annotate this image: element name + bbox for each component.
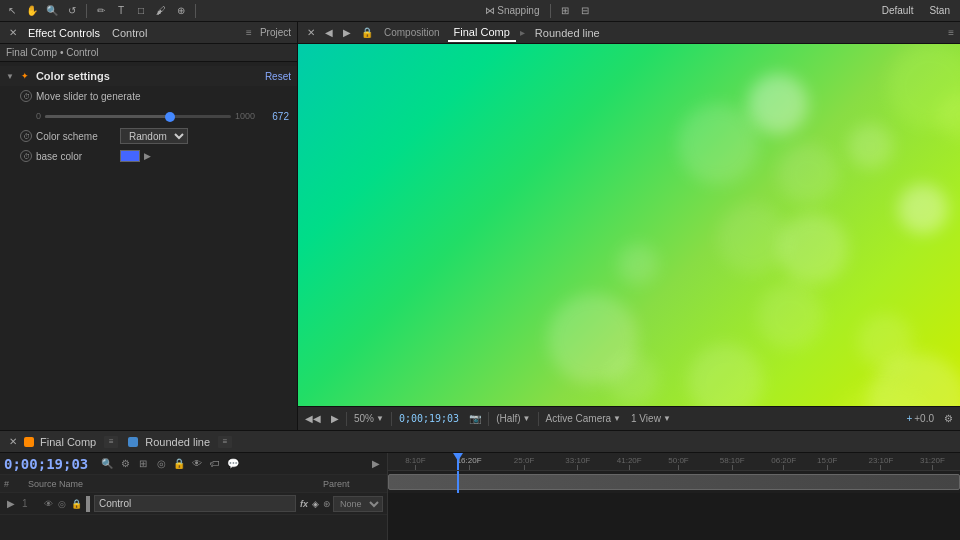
layer-name-input[interactable] xyxy=(94,495,296,512)
workspace-default[interactable]: Default xyxy=(876,5,920,16)
shape-tool[interactable]: □ xyxy=(133,3,149,19)
comp-lock-icon[interactable]: 🔒 xyxy=(358,27,376,38)
timeline-timecode[interactable]: 0;00;19;03 xyxy=(4,456,88,472)
color-settings-header[interactable]: ▼ ✦ Color settings Reset xyxy=(0,66,297,86)
stopwatch-icon[interactable]: ⏱ xyxy=(20,90,32,102)
composition-viewer[interactable] xyxy=(298,44,960,406)
paint-tool[interactable]: 🖌 xyxy=(153,3,169,19)
color-swatch[interactable] xyxy=(120,150,140,162)
tab-final-comp[interactable]: Final Comp xyxy=(448,24,516,42)
tl-label-icon[interactable]: 🏷 xyxy=(208,457,222,471)
bokeh-14 xyxy=(758,284,823,349)
slider-track[interactable] xyxy=(45,115,231,118)
ruler-line-7 xyxy=(732,465,733,470)
base-color-stopwatch[interactable]: ⏱ xyxy=(20,150,32,162)
ruler-label-11: 31:20F xyxy=(920,456,945,465)
tl-solo-icon[interactable]: ◎ xyxy=(154,457,168,471)
layer-eye-icon[interactable]: 👁 xyxy=(42,498,54,510)
tl-final-comp-label: Final Comp xyxy=(40,436,96,448)
layer-playhead[interactable] xyxy=(457,471,459,493)
layout-selector[interactable]: 1 View ▼ xyxy=(628,413,674,424)
timeline-right: 8:10F 16:20F 25:0F 33:10F 41:20F xyxy=(388,453,960,540)
timeline-ruler: 8:10F 16:20F 25:0F 33:10F 41:20F xyxy=(388,453,960,471)
pen-tool[interactable]: ✏ xyxy=(93,3,109,19)
panel-menu-icon[interactable]: ≡ xyxy=(246,27,252,38)
effect-controls: ▼ ✦ Color settings Reset ⏱ Move slider t… xyxy=(0,62,297,430)
tl-comment-icon[interactable]: 💬 xyxy=(226,457,240,471)
comp-panel-close[interactable]: ✕ xyxy=(304,27,318,38)
tl-rounded-line-label: Rounded line xyxy=(145,436,210,448)
tl-arrow-icon[interactable]: ▶ xyxy=(369,457,383,471)
comp-tb-sep3 xyxy=(488,412,489,426)
reset-button[interactable]: Reset xyxy=(265,71,291,82)
timeline-tab-rounded-line[interactable]: Rounded line xyxy=(145,436,210,448)
timeline-panel: ✕ Final Comp ≡ Rounded line ≡ 0;00;19;03… xyxy=(0,430,960,540)
comp-play-btn[interactable]: ▶ xyxy=(328,413,342,424)
color-scheme-stopwatch[interactable]: ⏱ xyxy=(20,130,32,142)
layer-solo-icon[interactable]: ◎ xyxy=(56,498,68,510)
ruler-tick-7: 58:10F xyxy=(720,456,745,470)
timeline-content: 0;00;19;03 🔍 ⚙ ⊞ ◎ 🔒 👁 🏷 💬 ▶ # Source Na… xyxy=(0,453,960,540)
hand-tool[interactable]: ✋ xyxy=(24,3,40,19)
zoom-tool[interactable]: 🔍 xyxy=(44,3,60,19)
comp-panel-prev[interactable]: ◀ xyxy=(322,27,336,38)
ruler-tick-11: 31:20F xyxy=(920,456,945,470)
slider-value[interactable]: 672 xyxy=(259,111,289,122)
panel-close-icon[interactable]: ✕ xyxy=(6,27,20,38)
slider-thumb[interactable] xyxy=(165,112,175,122)
timecode-value: 0;00;19;03 xyxy=(399,413,459,424)
tl-search-icon[interactable]: 🔍 xyxy=(100,457,114,471)
comp-play-prev[interactable]: ◀◀ xyxy=(302,413,324,424)
parent-dropdown[interactable]: None xyxy=(333,496,383,512)
project-label[interactable]: Project xyxy=(260,27,291,38)
rounded-line-tab-label: Rounded line xyxy=(535,27,600,39)
timeline-panel-close[interactable]: ✕ xyxy=(6,436,20,447)
layer-motion-blur-icon[interactable]: ◈ xyxy=(312,499,319,509)
tool-extra-1[interactable]: ⊞ xyxy=(557,3,573,19)
layer-lock-layer-icon[interactable]: 🔒 xyxy=(70,498,82,510)
zoom-level[interactable]: 50% ▼ xyxy=(351,413,387,424)
quality-selector[interactable]: (Half) ▼ xyxy=(493,413,533,424)
ruler-line-3 xyxy=(524,465,525,470)
quality-label: (Half) xyxy=(496,413,520,424)
tab-rounded-line[interactable]: Rounded line xyxy=(529,25,606,41)
ctrl-tab-label: Control xyxy=(112,27,147,39)
color-value-icon: + xyxy=(906,413,912,424)
tl-compose-icon[interactable]: ⊞ xyxy=(136,457,150,471)
layer-fx-icon[interactable]: fx xyxy=(300,499,308,509)
timeline-tab-final-comp[interactable]: Final Comp xyxy=(40,436,96,448)
tl-lock-icon[interactable]: 🔒 xyxy=(172,457,186,471)
comp-menu-icon[interactable]: ≡ xyxy=(948,27,954,38)
tl-hide-icon[interactable]: 👁 xyxy=(190,457,204,471)
snapping-toggle[interactable]: ⋈ Snapping xyxy=(481,5,543,16)
bokeh-5 xyxy=(778,214,848,284)
puppet-tool[interactable]: ⊕ xyxy=(173,3,189,19)
text-tool[interactable]: T xyxy=(113,3,129,19)
ruler-label-5: 41:20F xyxy=(617,456,642,465)
workspace-standard[interactable]: Stan xyxy=(923,5,956,16)
tab-effect-controls[interactable]: Effect Controls xyxy=(24,25,104,41)
comp-timecode[interactable]: 0;00;19;03 xyxy=(396,413,462,424)
rotate-tool[interactable]: ↺ xyxy=(64,3,80,19)
arrow-tool[interactable]: ↖ xyxy=(4,3,20,19)
camera-icon[interactable]: 📷 xyxy=(466,413,484,424)
tl-settings-icon[interactable]: ⚙ xyxy=(118,457,132,471)
comp-settings-icon[interactable]: ⚙ xyxy=(941,413,956,424)
effect-star-icon: ✦ xyxy=(18,69,32,83)
view-selector[interactable]: Active Camera ▼ xyxy=(543,413,625,424)
tool-extra-2[interactable]: ⊟ xyxy=(577,3,593,19)
rounded-line-color-dot xyxy=(128,437,138,447)
timeline-tab-menu[interactable]: ≡ xyxy=(104,436,118,448)
color-arrow-icon[interactable]: ▶ xyxy=(144,151,151,161)
layer-expand-icon[interactable]: ▶ xyxy=(4,497,18,511)
timeline-tab2-menu[interactable]: ≡ xyxy=(218,436,232,448)
effect-name-label: Color settings xyxy=(36,70,110,82)
slider-container[interactable] xyxy=(45,115,231,118)
timeline-playhead[interactable] xyxy=(457,453,459,470)
color-scheme-dropdown[interactable]: Random xyxy=(120,128,188,144)
bokeh-16 xyxy=(718,204,788,274)
slider-max-val: 1000 xyxy=(235,111,255,121)
base-color-label: base color xyxy=(36,151,116,162)
tab-control[interactable]: Control xyxy=(108,25,151,41)
comp-panel-next[interactable]: ▶ xyxy=(340,27,354,38)
